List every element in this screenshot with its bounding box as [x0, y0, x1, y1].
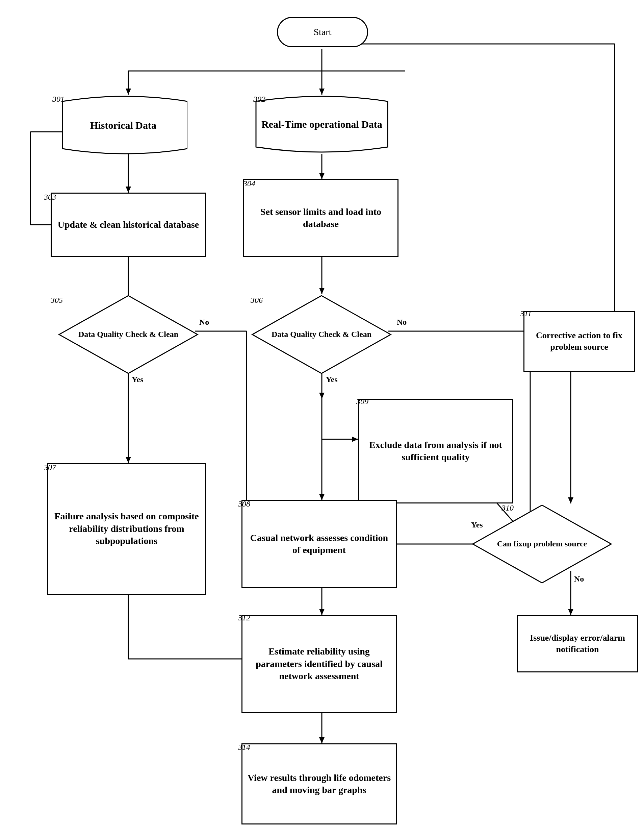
- dq305-yes-label: Yes: [132, 375, 143, 384]
- estimate-reliability-label: Estimate reliability using parameters id…: [246, 645, 392, 682]
- ref-311: 311: [520, 309, 532, 318]
- corrective-action-node: Corrective action to fix problem source: [523, 311, 635, 372]
- ref-308: 308: [238, 499, 250, 508]
- ref-312: 312: [238, 613, 250, 622]
- corrective-action-label: Corrective action to fix problem source: [529, 330, 630, 353]
- update-clean-label: Update & clean historical database: [58, 219, 199, 231]
- diagram-container: Start Historical Data 301 Real-Time oper…: [0, 0, 644, 839]
- realtime-data-label: Real-Time operational Data: [261, 118, 382, 131]
- ref-306: 306: [251, 296, 263, 305]
- set-sensor-node: Set sensor limits and load into database: [243, 179, 399, 257]
- issue-display-node: Issue/display error/alarm notification: [517, 615, 638, 673]
- dq305-no-label: No: [199, 318, 209, 327]
- dq-305-label: Data Quality Check & Clean: [78, 329, 178, 340]
- dq-306-label: Data Quality Check & Clean: [271, 329, 371, 340]
- update-clean-node: Update & clean historical database: [51, 192, 206, 257]
- start-node: Start: [277, 17, 368, 47]
- failure-analysis-label: Failure analysis based on composite reli…: [53, 510, 201, 547]
- historical-data-label: Historical Data: [90, 118, 156, 132]
- can-fixup-node: Can fixup problem source: [471, 503, 613, 584]
- ref-309: 309: [356, 397, 368, 406]
- exclude-data-node: Exclude data from analysis if not suffic…: [358, 399, 513, 503]
- dq306-yes-label: Yes: [326, 375, 338, 384]
- issue-display-label: Issue/display error/alarm notification: [522, 632, 633, 655]
- view-results-label: View results through life odometers and …: [246, 772, 392, 796]
- ref-301: 301: [53, 95, 64, 104]
- svg-marker-3: [126, 89, 131, 95]
- ref-310: 310: [501, 503, 514, 513]
- historical-data-node: Historical Data: [59, 95, 187, 157]
- svg-marker-19: [126, 457, 131, 463]
- view-results-node: View results through life odometers and …: [242, 744, 397, 824]
- svg-marker-13: [319, 288, 325, 294]
- dq306-no-label: No: [397, 318, 407, 327]
- can-fixup-label: Can fixup problem source: [497, 539, 587, 549]
- svg-marker-17: [319, 393, 325, 399]
- svg-marker-39: [568, 609, 573, 615]
- dq-check-306-node: Data Quality Check & Clean: [251, 294, 393, 375]
- ref-305: 305: [51, 296, 63, 305]
- exclude-data-label: Exclude data from analysis if not suffic…: [363, 439, 508, 464]
- svg-marker-27: [352, 437, 358, 442]
- svg-marker-9: [126, 186, 131, 192]
- fixup-yes-label: Yes: [471, 520, 483, 530]
- estimate-reliability-node: Estimate reliability using parameters id…: [242, 615, 397, 713]
- set-sensor-label: Set sensor limits and load into database: [248, 206, 393, 230]
- svg-marker-25: [319, 494, 325, 500]
- svg-marker-29: [319, 609, 325, 615]
- svg-marker-7: [319, 173, 325, 179]
- ref-302: 302: [253, 95, 265, 104]
- ref-303: 303: [44, 192, 56, 202]
- svg-marker-34: [319, 737, 325, 744]
- svg-marker-36: [568, 497, 573, 503]
- ref-304: 304: [243, 179, 255, 188]
- ref-307: 307: [44, 463, 56, 472]
- fixup-no-label: No: [574, 574, 584, 584]
- casual-network-node: Casual network assesses condition of equ…: [242, 500, 397, 588]
- realtime-data-node: Real-Time operational Data: [253, 95, 391, 155]
- svg-marker-5: [319, 89, 325, 95]
- casual-network-label: Casual network assesses condition of equ…: [246, 532, 392, 556]
- dq-check-305-node: Data Quality Check & Clean: [58, 294, 199, 375]
- failure-analysis-node: Failure analysis based on composite reli…: [47, 463, 206, 595]
- ref-314: 314: [238, 743, 250, 752]
- start-label: Start: [314, 26, 332, 38]
